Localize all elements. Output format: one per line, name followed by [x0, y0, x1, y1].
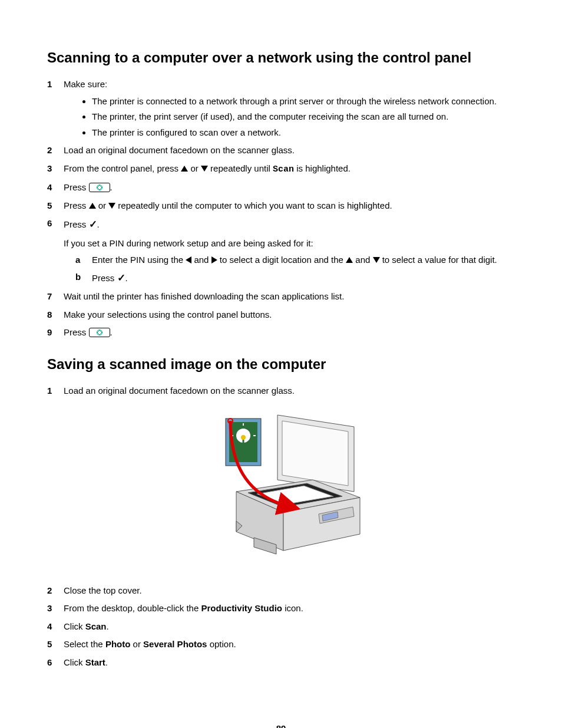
substep-b: b Press ✓.: [64, 271, 515, 286]
step-text: Close the top cover.: [64, 585, 142, 595]
step-text: Make your selections using the control p…: [64, 309, 272, 319]
substep-letter: b: [75, 271, 81, 284]
text: and: [353, 255, 372, 265]
step-num: 5: [47, 638, 52, 651]
step6-substeps: a Enter the PIN using the and to select …: [64, 253, 515, 285]
scanner-illustration: [64, 403, 515, 572]
step-6: 6 Click Start.: [47, 656, 515, 670]
text: Press: [64, 219, 89, 229]
check-icon: ✓: [117, 272, 125, 284]
text: Press: [64, 182, 89, 192]
start-button-icon: [89, 328, 110, 337]
step-num: 1: [47, 78, 52, 91]
left-arrow-icon: [186, 256, 191, 263]
step-text: Wait until the printer has finished down…: [64, 291, 344, 301]
section2-steps: 1 Load an original document facedown on …: [47, 384, 515, 670]
step-text: Load an original document facedown on th…: [64, 386, 295, 396]
bullet: The printer, the print server (if used),…: [92, 110, 515, 124]
section1-steps: 1 Make sure: The printer is connected to…: [47, 78, 515, 340]
start-button-icon: [89, 183, 110, 192]
text: icon.: [282, 603, 303, 613]
step-9: 9 Press .: [47, 326, 515, 340]
section2-heading: Saving a scanned image on the computer: [47, 354, 515, 375]
bullet: The printer is configured to scan over a…: [92, 126, 515, 140]
step-num: 5: [47, 199, 52, 213]
substep-a: a Enter the PIN using the and to select …: [64, 253, 515, 267]
text: Press: [64, 327, 89, 337]
bold: Photo: [105, 639, 131, 649]
text: .: [97, 219, 100, 229]
step-6: 6 Press ✓. If you set a PIN during netwo…: [47, 217, 515, 285]
step-2: 2 Close the top cover.: [47, 584, 515, 598]
step-num: 8: [47, 308, 52, 322]
down-arrow-icon: [373, 257, 380, 263]
text: Press: [64, 200, 89, 210]
text: Enter the PIN using the: [92, 255, 186, 265]
down-arrow-icon: [201, 166, 208, 172]
step-text: Load an original document facedown on th…: [64, 145, 295, 155]
substep-letter: a: [75, 253, 80, 267]
bold: Scan: [85, 621, 107, 631]
step-1: 1 Load an original document facedown on …: [47, 384, 515, 572]
text: .: [107, 621, 109, 631]
text: .: [105, 657, 108, 667]
bold: Several Photos: [143, 639, 207, 649]
text: From the desktop, double-click the: [64, 603, 201, 613]
bold: Start: [85, 657, 105, 667]
step-3: 3 From the control panel, press or repea…: [47, 162, 515, 177]
step-num: 2: [47, 144, 52, 157]
step-num: 6: [47, 656, 52, 670]
step-num: 3: [47, 162, 52, 176]
text: or: [188, 163, 201, 173]
step-num: 4: [47, 181, 52, 195]
step-5: 5 Select the Photo or Several Photos opt…: [47, 638, 515, 651]
text: repeatedly until: [208, 163, 273, 173]
step-num: 6: [47, 217, 52, 230]
step1-bullets: The printer is connected to a network th…: [64, 95, 515, 140]
text: Click: [64, 621, 85, 631]
right-arrow-icon: [211, 256, 217, 263]
scan-label: Scan: [273, 164, 294, 174]
text: .: [110, 182, 113, 192]
text: to select a digit location and the: [217, 255, 346, 265]
text: or: [130, 639, 143, 649]
up-arrow-icon: [181, 166, 188, 172]
text: repeatedly until the computer to which y…: [115, 200, 392, 210]
step-text: Make sure:: [64, 79, 107, 89]
text: Press: [92, 273, 117, 283]
step-num: 9: [47, 326, 52, 340]
step-num: 4: [47, 620, 52, 634]
text: option.: [207, 639, 236, 649]
step-num: 7: [47, 290, 52, 304]
check-icon: ✓: [89, 219, 97, 230]
svg-point-9: [241, 435, 246, 440]
text: to select a value for that digit.: [380, 255, 497, 265]
text: .: [110, 327, 113, 337]
text: From the control panel, press: [64, 163, 181, 173]
step-4: 4 Click Scan.: [47, 620, 515, 634]
step-1: 1 Make sure: The printer is connected to…: [47, 78, 515, 139]
step-8: 8 Make your selections using the control…: [47, 308, 515, 322]
page-number: 89: [47, 722, 515, 728]
step-num: 1: [47, 384, 52, 398]
text: Click: [64, 657, 85, 667]
up-arrow-icon: [89, 203, 96, 209]
section1-heading: Scanning to a computer over a network us…: [47, 47, 515, 68]
step-4: 4 Press .: [47, 181, 515, 195]
step-5: 5 Press or repeatedly until the computer…: [47, 199, 515, 213]
down-arrow-icon: [108, 203, 115, 209]
text: and: [191, 255, 211, 265]
step-3: 3 From the desktop, double-click the Pro…: [47, 602, 515, 615]
up-arrow-icon: [346, 257, 353, 263]
step6-note: If you set a PIN during network setup an…: [64, 237, 515, 251]
svg-point-1: [97, 330, 102, 335]
step-7: 7 Wait until the printer has finished do…: [47, 290, 515, 304]
text: is highlighted.: [294, 163, 351, 173]
step-num: 3: [47, 602, 52, 615]
bold: Productivity Studio: [201, 603, 282, 613]
text: Select the: [64, 639, 105, 649]
svg-point-0: [97, 185, 102, 190]
step-num: 2: [47, 584, 52, 598]
bullet: The printer is connected to a network th…: [92, 95, 515, 108]
text: .: [125, 273, 128, 283]
